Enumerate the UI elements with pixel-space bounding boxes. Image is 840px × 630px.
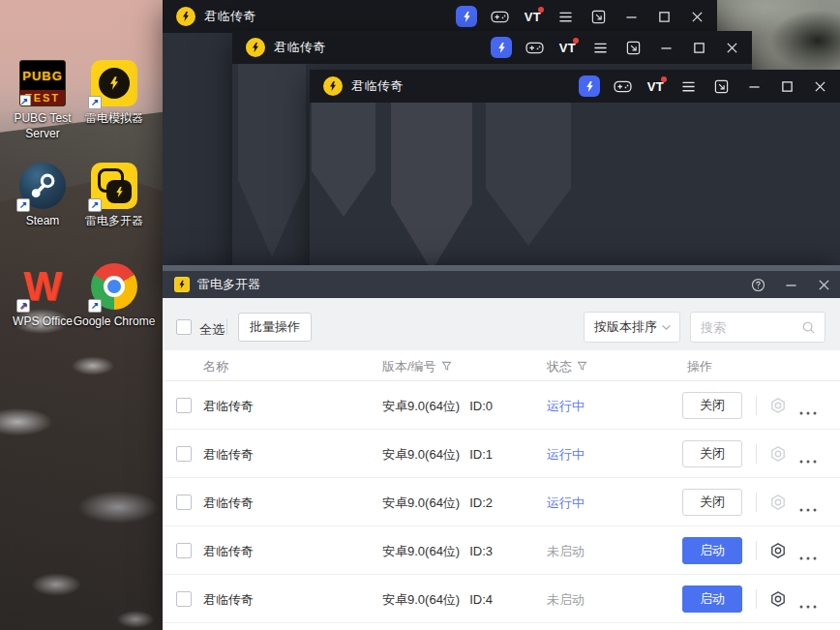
minimize-button[interactable] bbox=[744, 75, 765, 97]
help-button[interactable] bbox=[749, 276, 766, 293]
instance-action-button[interactable]: 启动 bbox=[682, 537, 742, 564]
row-checkbox[interactable] bbox=[176, 495, 192, 510]
search-input[interactable] bbox=[691, 313, 799, 342]
emulator-content bbox=[310, 103, 840, 271]
instance-settings-icon[interactable] bbox=[769, 542, 787, 562]
close-button[interactable] bbox=[810, 75, 830, 97]
instance-more-button[interactable] bbox=[799, 597, 817, 612]
instance-more-button[interactable] bbox=[799, 549, 817, 563]
instance-more-button[interactable] bbox=[799, 452, 817, 466]
manager-titlebar-controls bbox=[749, 271, 832, 298]
select-all-label: 全选 bbox=[199, 321, 225, 339]
wps-icon: W ↗ bbox=[19, 263, 66, 310]
maximize-button[interactable] bbox=[654, 6, 675, 27]
multi-instance-icon: ↗ bbox=[91, 163, 137, 209]
row-checkbox[interactable] bbox=[176, 398, 192, 413]
close-button[interactable] bbox=[687, 6, 707, 27]
table-header: 名称 版本/编号 状态 操作 bbox=[163, 350, 840, 381]
instance-settings-icon[interactable] bbox=[769, 445, 787, 465]
minimize-button[interactable] bbox=[782, 276, 799, 293]
instance-name: 君临传奇 bbox=[203, 591, 254, 609]
manager-titlebar[interactable]: 雷电多开器 bbox=[163, 271, 840, 298]
vt-indicator[interactable]: VT bbox=[557, 37, 578, 58]
header-actions: 操作 bbox=[687, 358, 712, 375]
minimize-button[interactable] bbox=[656, 37, 676, 58]
instance-status: 未启动 bbox=[547, 591, 585, 609]
boost-icon[interactable] bbox=[491, 37, 512, 58]
shortcut-arrow-icon: ↗ bbox=[19, 95, 31, 106]
header-version: 版本/编号 bbox=[382, 358, 452, 375]
chrome-icon: ↗ bbox=[91, 263, 137, 310]
instance-more-button[interactable] bbox=[799, 404, 817, 418]
filter-icon[interactable] bbox=[577, 361, 587, 372]
desktop-screen: PUBG TEST ↗ PUBG Test Server ↗ 雷电模拟器 ↗ S… bbox=[0, 0, 840, 630]
close-button[interactable] bbox=[722, 37, 742, 58]
gamepad-icon[interactable] bbox=[613, 75, 633, 97]
boost-icon[interactable] bbox=[456, 6, 477, 27]
divider bbox=[756, 541, 757, 560]
instance-more-button[interactable] bbox=[799, 500, 817, 515]
divider bbox=[756, 493, 757, 512]
instance-settings-icon[interactable] bbox=[769, 494, 787, 514]
select-all-checkbox[interactable] bbox=[176, 319, 192, 335]
row-checkbox[interactable] bbox=[176, 591, 192, 607]
table-row: 君临传奇 安卓9.0(64位)ID:2 运行中 关闭 bbox=[163, 478, 840, 526]
boost-icon[interactable] bbox=[579, 75, 600, 97]
shortcut-arrow-icon: ↗ bbox=[88, 198, 102, 212]
desktop-icon-google-chrome[interactable]: ↗ Google Chrome bbox=[72, 263, 157, 330]
instance-version: 安卓9.0(64位)ID:2 bbox=[382, 495, 493, 512]
menu-icon[interactable] bbox=[555, 6, 576, 27]
multi-instance-manager-window: 雷电多开器 全选 批量操作 按版本排序 名称 版本 bbox=[163, 265, 840, 630]
instance-name: 君临传奇 bbox=[203, 446, 254, 464]
gamepad-icon[interactable] bbox=[525, 37, 545, 58]
titlebar-controls: VT bbox=[491, 31, 742, 64]
switch-window-icon[interactable] bbox=[623, 37, 644, 58]
window-title: 君临传奇 bbox=[204, 8, 256, 25]
vt-indicator[interactable]: VT bbox=[523, 6, 543, 27]
menu-icon[interactable] bbox=[678, 75, 699, 97]
instance-action-button[interactable]: 关闭 bbox=[682, 440, 742, 467]
emulator-titlebar[interactable]: 君临传奇 VT bbox=[163, 0, 717, 33]
maximize-button[interactable] bbox=[777, 75, 797, 97]
instance-status: 运行中 bbox=[547, 495, 585, 512]
desktop-icon-ld-multiplayer[interactable]: ↗ 雷电多开器 bbox=[72, 163, 157, 229]
gamepad-icon[interactable] bbox=[490, 6, 510, 27]
titlebar-controls: VT bbox=[456, 0, 707, 33]
close-button[interactable] bbox=[815, 276, 832, 293]
desktop-icon-ldplayer[interactable]: ↗ 雷电模拟器 bbox=[72, 60, 157, 127]
emulator-titlebar[interactable]: 君临传奇 VT bbox=[310, 70, 840, 103]
table-row: 君临传奇 安卓9.0(64位)ID:3 未启动 启动 bbox=[163, 526, 840, 575]
maximize-button[interactable] bbox=[689, 37, 709, 58]
emulator-titlebar[interactable]: 君临传奇 VT bbox=[232, 31, 752, 64]
instance-name: 君临传奇 bbox=[203, 495, 254, 512]
instance-name: 君临传奇 bbox=[203, 398, 254, 415]
vt-indicator[interactable]: VT bbox=[645, 75, 666, 97]
divider bbox=[756, 396, 757, 415]
instance-settings-icon[interactable] bbox=[769, 397, 787, 417]
icon-label: 雷电多开器 bbox=[72, 214, 157, 229]
instance-settings-icon[interactable] bbox=[769, 590, 787, 611]
instance-action-button[interactable]: 关闭 bbox=[682, 489, 742, 516]
pubg-icon: PUBG TEST ↗ bbox=[19, 60, 66, 106]
row-checkbox[interactable] bbox=[176, 446, 192, 462]
search-icon bbox=[801, 320, 816, 335]
instance-version: 安卓9.0(64位)ID:0 bbox=[382, 398, 493, 415]
menu-icon[interactable] bbox=[590, 37, 611, 58]
vt-alert-dot bbox=[538, 7, 544, 13]
instance-status: 未启动 bbox=[547, 543, 585, 560]
filter-icon[interactable] bbox=[441, 361, 452, 372]
minimize-button[interactable] bbox=[621, 6, 642, 27]
instance-action-button[interactable]: 启动 bbox=[682, 585, 742, 613]
shortcut-arrow-icon: ↗ bbox=[16, 299, 30, 313]
batch-operations-button[interactable]: 批量操作 bbox=[238, 313, 312, 342]
titlebar-controls: VT bbox=[579, 70, 830, 103]
switch-window-icon[interactable] bbox=[711, 75, 732, 97]
instance-name: 君临传奇 bbox=[203, 543, 254, 560]
sort-dropdown[interactable]: 按版本排序 bbox=[584, 312, 680, 343]
header-status: 状态 bbox=[547, 358, 587, 375]
row-checkbox[interactable] bbox=[176, 543, 192, 558]
divider bbox=[226, 319, 227, 335]
chevron-down-icon bbox=[661, 324, 672, 331]
switch-window-icon[interactable] bbox=[588, 6, 609, 27]
instance-action-button[interactable]: 关闭 bbox=[682, 392, 742, 419]
